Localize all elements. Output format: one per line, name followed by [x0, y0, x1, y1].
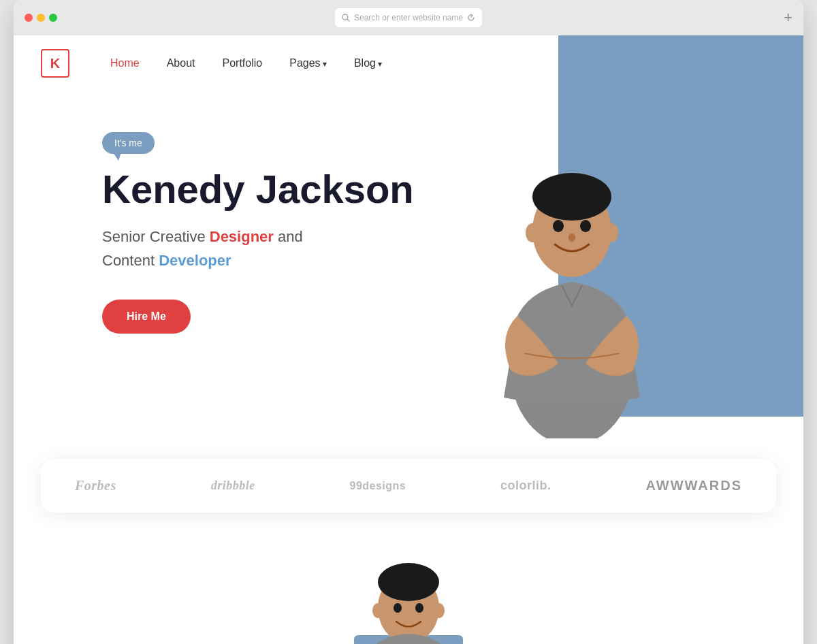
navbar: K Home About Portfolio Pages Blog: [14, 35, 803, 91]
nav-link-pages[interactable]: Pages: [289, 57, 327, 69]
brand-awwwards: AWWWARDS: [645, 478, 742, 494]
bottom-section: [14, 513, 803, 644]
subtitle-mid: and: [274, 228, 303, 245]
hire-me-button[interactable]: Hire Me: [102, 300, 191, 334]
nav-link-about[interactable]: About: [167, 57, 195, 69]
brand-99designs: 99designs: [349, 480, 406, 492]
nav-item-portfolio[interactable]: Portfolio: [223, 57, 263, 69]
svg-point-8: [568, 234, 575, 242]
developer-word: Developer: [159, 252, 231, 269]
svg-point-5: [532, 173, 611, 221]
traffic-lights: [25, 14, 57, 22]
nav-item-about[interactable]: About: [167, 57, 195, 69]
svg-point-16: [372, 603, 383, 618]
speech-bubble: It's me: [102, 132, 155, 154]
svg-line-1: [347, 20, 349, 22]
maximize-button[interactable]: [49, 14, 57, 22]
brand-forbes: Forbes: [75, 478, 116, 494]
subtitle-start: Senior Creative: [102, 228, 210, 245]
minimize-button[interactable]: [37, 14, 45, 22]
svg-point-6: [553, 220, 564, 232]
bottom-avatar: [340, 553, 477, 644]
browser-window: Search or enter website name + K Home Ab…: [14, 0, 803, 644]
nav-link-blog[interactable]: Blog: [354, 57, 382, 69]
search-icon: [342, 14, 350, 22]
brand-colorlib: colorlib.: [500, 479, 551, 493]
svg-point-10: [605, 223, 618, 242]
nav-item-blog[interactable]: Blog: [354, 57, 382, 69]
logo[interactable]: K: [41, 49, 69, 78]
page-content: K Home About Portfolio Pages Blog: [14, 35, 803, 644]
nav-item-pages[interactable]: Pages: [289, 57, 327, 69]
person-image: [463, 112, 681, 441]
svg-point-9: [526, 223, 539, 242]
svg-point-0: [342, 14, 348, 20]
svg-point-17: [434, 603, 445, 618]
brands-bar: Forbes dribbble 99designs colorlib. AWWW…: [41, 459, 776, 513]
brand-dribbble: dribbble: [211, 479, 255, 493]
nav-links: Home About Portfolio Pages Blog: [110, 57, 382, 69]
designer-word: Designer: [210, 228, 274, 245]
svg-point-7: [580, 220, 591, 232]
nav-link-home[interactable]: Home: [110, 57, 140, 69]
svg-point-14: [394, 603, 402, 613]
person-svg: [463, 112, 681, 438]
browser-chrome: Search or enter website name +: [14, 0, 803, 35]
new-tab-button[interactable]: +: [784, 10, 792, 25]
svg-point-13: [378, 563, 439, 601]
subtitle-line2: Content: [102, 252, 159, 269]
nav-link-portfolio[interactable]: Portfolio: [223, 57, 263, 69]
url-placeholder: Search or enter website name: [354, 13, 463, 22]
close-button[interactable]: [25, 14, 33, 22]
hero-section: It's me Kenedy Jackson Senior Creative D…: [14, 91, 803, 459]
svg-point-15: [415, 603, 423, 613]
nav-item-home[interactable]: Home: [110, 57, 140, 69]
refresh-icon: [467, 14, 475, 22]
url-bar[interactable]: Search or enter website name: [335, 8, 482, 27]
